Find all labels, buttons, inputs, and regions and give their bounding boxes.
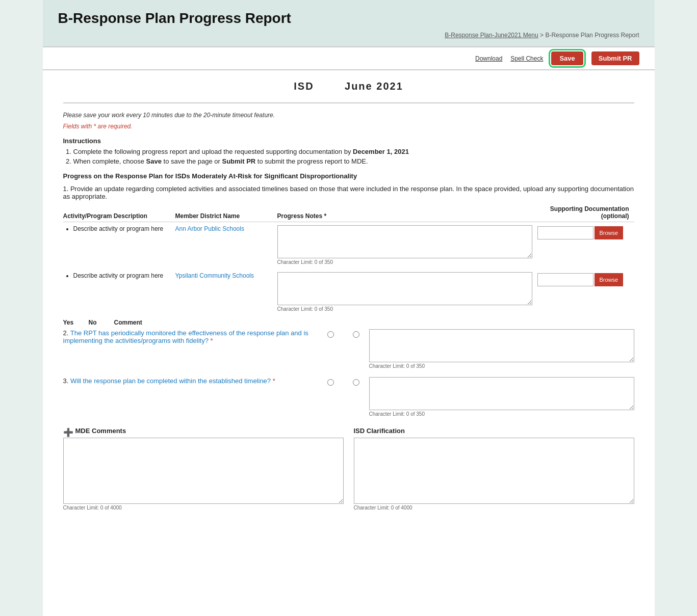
activity-bullet-1: Describe activity or program here (73, 225, 175, 232)
bottom-section: ➕ MDE Comments Character Limit: 0 of 400… (63, 427, 634, 511)
no-header: No (89, 319, 114, 326)
section-heading: Progress on the Response Plan for ISDs M… (63, 172, 634, 180)
question1-text: 1. Provide an update regarding completed… (63, 185, 634, 200)
member-link-1[interactable]: Ann Arbor Public Schools (175, 225, 244, 232)
question3-yes-radio[interactable] (327, 379, 334, 386)
mde-char-limit: Character Limit: 0 of 4000 (63, 505, 344, 511)
question3-radio-no[interactable] (344, 379, 369, 386)
instruction-item-1: Complete the following progress report a… (73, 148, 634, 155)
question2-char-limit: Character Limit: 0 of 350 (369, 363, 634, 369)
question2-label: 2. The RPT has periodically monitored th… (63, 329, 318, 344)
question2-comment-col: Character Limit: 0 of 350 (369, 329, 634, 369)
browse-button-1[interactable]: Browse (595, 226, 624, 239)
col-header-notes: Progress Notes * (277, 212, 532, 220)
supporting-file-input-1[interactable] (537, 226, 593, 239)
notes-col-2: Character Limit: 0 of 350 (277, 272, 532, 312)
isd-clarification-label: ISD Clarification (354, 427, 634, 435)
toolbar: Download Spell Check Save Submit PR (43, 46, 655, 70)
supporting-file-input-2[interactable] (537, 273, 593, 286)
isd-clarification-section: ISD Clarification Character Limit: 0 of … (354, 427, 634, 511)
mde-comments-section: ➕ MDE Comments Character Limit: 0 of 400… (63, 427, 344, 511)
spell-check-link[interactable]: Spell Check (510, 55, 543, 62)
question2-number: 2. (63, 329, 69, 337)
download-link[interactable]: Download (475, 55, 502, 62)
isd-clarification-textarea[interactable] (354, 438, 634, 504)
breadcrumb: B-Response Plan-June2021 Menu > B-Respon… (58, 32, 639, 39)
mde-comments-textarea[interactable] (63, 438, 344, 504)
col-header-member: Member District Name (175, 212, 277, 220)
question2-comment-textarea[interactable] (369, 329, 634, 362)
question2-radio-no[interactable] (344, 331, 369, 338)
question3-text: Will the response plan be completed with… (70, 377, 273, 385)
breadcrumb-current: B-Response Plan Progress Report (545, 32, 639, 39)
date-label: June 2021 (345, 81, 403, 92)
question3-required: * (273, 377, 275, 385)
divider (63, 102, 634, 103)
supporting-col-1: Browse (532, 225, 634, 239)
required-note: Fields with * are required. (63, 123, 634, 130)
activity-bullet-2: Describe activity or program here (73, 272, 175, 279)
instructions-list: Complete the following progress report a… (73, 148, 634, 165)
table-header-row: Activity/Program Description Member Dist… (63, 205, 634, 222)
question3-radio-yes[interactable] (318, 379, 344, 386)
notes-textarea-2[interactable] (277, 272, 532, 305)
question2-yn (318, 329, 369, 338)
col-header-activity: Activity/Program Description (63, 212, 175, 220)
question3-no-radio[interactable] (353, 379, 359, 386)
save-button[interactable]: Save (551, 51, 583, 65)
question3-label: 3. Will the response plan be completed w… (63, 377, 318, 385)
yes-header: Yes (63, 319, 89, 326)
table-row: Describe activity or program here Ann Ar… (63, 225, 634, 265)
member-col-2: Ypsilanti Community Schools (175, 272, 277, 279)
page-title: B-Response Plan Progress Report (58, 10, 639, 26)
question2-text: The RPT has periodically monitored the e… (63, 329, 308, 344)
table-row: Describe activity or program here Ypsila… (63, 272, 634, 312)
isd-label: ISD (294, 81, 314, 92)
notes-header-text: Progress Notes * (277, 212, 327, 220)
instruction-item-2: When complete, choose Save to save the p… (73, 157, 634, 165)
question2-yes-radio[interactable] (327, 331, 334, 338)
breadcrumb-separator: > (540, 32, 545, 39)
notes-col-1: Character Limit: 0 of 350 (277, 225, 532, 265)
question3-number: 3. (63, 377, 69, 385)
col-header-supporting: Supporting Documentation (optional) (532, 205, 634, 220)
mde-label: MDE Comments (75, 427, 126, 435)
breadcrumb-link[interactable]: B-Response Plan-June2021 Menu (445, 32, 538, 39)
char-limit-1: Character Limit: 0 of 350 (277, 259, 532, 265)
question3-comment-col: Character Limit: 0 of 350 (369, 377, 634, 417)
instructions-label: Instructions (63, 137, 634, 145)
yn-comment-header: Yes No Comment (63, 319, 634, 326)
question3-row: 3. Will the response plan be completed w… (63, 377, 634, 417)
save-warning: Please save your work every 10 minutes d… (63, 112, 634, 119)
member-col-1: Ann Arbor Public Schools (175, 225, 277, 232)
mde-header: ➕ MDE Comments (63, 427, 344, 438)
submit-pr-button[interactable]: Submit PR (591, 51, 639, 65)
question2-no-radio[interactable] (353, 331, 359, 338)
activity-col-1: Describe activity or program here (63, 225, 175, 232)
supporting-col-2: Browse (532, 272, 634, 286)
question3-yn (318, 377, 369, 386)
question3-comment-textarea[interactable] (369, 377, 634, 410)
question3-char-limit: Character Limit: 0 of 350 (369, 411, 634, 417)
isd-char-limit: Character Limit: 0 of 4000 (354, 505, 634, 511)
plus-icon[interactable]: ➕ (63, 427, 73, 437)
notes-textarea-1[interactable] (277, 225, 532, 258)
member-link-2[interactable]: Ypsilanti Community Schools (175, 272, 254, 279)
activity-col-2: Describe activity or program here (63, 272, 175, 279)
question2-radio-yes[interactable] (318, 331, 344, 338)
question2-row: 2. The RPT has periodically monitored th… (63, 329, 634, 369)
comment-header: Comment (114, 319, 634, 326)
question2-required: * (211, 337, 213, 344)
char-limit-2: Character Limit: 0 of 350 (277, 306, 532, 312)
isd-date-header: ISD June 2021 (63, 81, 634, 92)
activity-table: Activity/Program Description Member Dist… (63, 205, 634, 312)
browse-button-2[interactable]: Browse (595, 273, 624, 286)
